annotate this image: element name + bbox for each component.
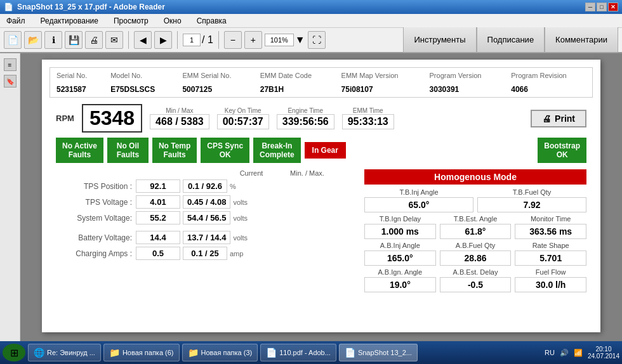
battery-voltage-unit: volts [233,234,251,242]
minimize-button[interactable]: ─ [585,3,595,11]
tb-inj-angle-col: T.B.Inj Angle 65.0° [364,188,473,212]
hom-row-0: T.B.Inj Angle 65.0° T.B.Fuel Qty 7.92 [364,188,586,212]
no-faults-btn[interactable]: No ActiveFaults [56,138,103,163]
battery-voltage-minmax: 13.7 / 14.4 [183,231,230,244]
zoom-input[interactable] [265,34,294,46]
tps-position-row: TPS Position : 92.1 0.1 / 92.6 % [56,179,358,193]
key-on-value: 00:57:37 [217,114,269,129]
hom-row-2: A.B.Inj Angle 165.0° A.B.Fuel Qty 28.86 … [364,242,586,266]
charging-amps-minmax: 0.1 / 25 [183,247,227,260]
clock-date: 24.07.2014 [588,353,619,360]
panel-btn-1[interactable]: ≡ [4,58,17,71]
sign-button[interactable]: Подписание [477,27,545,53]
rate-shape-value: 5.701 [515,250,586,266]
emm-time-value: 95:33:13 [342,114,394,129]
menu-edit[interactable]: Редактирование [37,15,102,27]
program-ver-label: Program Version [430,72,482,79]
tb-fuel-qty-label: T.B.Fuel Qty [513,188,552,196]
start-button[interactable]: ⊞ [3,344,25,361]
homogenous-section: Homogenous Mode T.B.Inj Angle 65.0° T.B.… [364,169,586,295]
forward-button[interactable]: ▶ [154,31,172,49]
zoom-out-button[interactable]: − [224,31,242,49]
break-in-btn[interactable]: Break-InComplete [253,138,301,163]
menu-view[interactable]: Просмотр [110,15,152,27]
ab-inj-angle-label: A.B.Inj Angle [380,242,420,249]
key-on-label: Key On Time [225,107,261,114]
save-button[interactable]: 💾 [65,31,83,49]
no-oil-faults-btn[interactable]: No OilFaults [107,138,149,163]
engine-time-label: Engine Time [288,107,323,114]
tb-inj-angle-value: 65.0° [364,197,473,212]
fuel-flow-label: Fuel Flow [536,268,566,276]
system-voltage-row: System Voltage: 55.2 54.4 / 56.5 volts [56,211,358,224]
min-max-label: Min / Max [166,107,193,114]
new-button[interactable]: 📄 [4,31,22,49]
print-toolbar-button[interactable]: 🖨 [85,31,103,49]
menu-file[interactable]: Файл [3,15,29,27]
emm-serial-label: EMM Serial No. [182,72,231,79]
model-no-value: E75DSLSCS [110,85,155,94]
back-button[interactable]: ◀ [134,31,152,49]
menu-window[interactable]: Окно [160,15,185,27]
ab-fuel-qty-label: A.B.Fuel Qty [456,242,495,249]
taskbar-item-4[interactable]: 📄 SnapShot 13_2... [339,344,418,361]
taskbar-icon-2: 📁 [188,348,199,358]
zoom-dropdown-icon[interactable]: ▼ [295,34,305,46]
system-voltage-minmax: 54.4 / 56.5 [183,211,230,224]
charging-amps-label: Charging Amps : [56,249,132,258]
taskbar-item-2[interactable]: 📁 Новая папка (3) [182,344,258,361]
print-button[interactable]: 🖨 Print [531,110,586,127]
maximize-button[interactable]: □ [597,3,607,11]
monitor-time-label: Monitor Time [531,215,571,223]
tb-inj-angle-label: T.B.Inj Angle [399,188,438,196]
pdf-page: Serial No. Model No. EMM Serial No. EMM … [42,60,600,332]
min-max-col-header: Min. / Max. [282,169,333,177]
fullscreen-button[interactable]: ⛶ [308,31,326,49]
page-input[interactable] [183,34,201,46]
tools-button[interactable]: Инструменты [403,27,476,53]
menu-help[interactable]: Справка [193,15,230,27]
serial-no-value: 5231587 [56,85,86,94]
close-button[interactable]: ✕ [608,3,618,11]
program-rev-label: Program Revision [511,72,566,79]
zoom-in-button[interactable]: + [244,31,262,49]
current-col-header: Current [226,169,277,177]
taskbar-item-3[interactable]: 📄 110.pdf - Adob... [260,344,336,361]
tps-position-label: TPS Position : [56,182,132,191]
ab-inj-angle-col: A.B.Inj Angle 165.0° [364,242,436,266]
charging-amps-current: 0.5 [136,247,180,260]
battery-voltage-row: Battery Voltage: 14.4 13.7 / 14.4 volts [56,231,358,244]
menu-bar: Файл Редактирование Просмотр Окно Справк… [0,14,622,28]
tb-est-angle-col: T.B.Est. Angle 61.8° [440,215,512,239]
tps-position-current: 92.1 [136,179,180,193]
email-button[interactable]: ✉ [105,31,123,49]
program-rev-value: 4066 [511,85,528,94]
taskbar-item-0[interactable]: 🌐 Re: Эвинруд ... [28,344,101,361]
hom-row-1: T.B.Ign Delay 1.000 ms T.B.Est. Angle 61… [364,215,586,239]
tps-position-minmax: 0.1 / 92.6 [183,179,227,193]
open-button[interactable]: 📂 [24,31,42,49]
emm-time-box: EMM Time 95:33:13 [342,107,394,129]
tb-fuel-qty-value: 7.92 [477,197,586,212]
tps-voltage-label: TPS Voltage : [56,198,132,207]
network-icon: 📶 [574,349,583,357]
in-gear-btn[interactable]: In Gear [305,142,346,159]
no-temp-faults-btn[interactable]: No TempFaults [152,138,197,163]
taskbar-item-1[interactable]: 📁 Новая папка (6) [103,344,180,361]
cps-sync-btn[interactable]: CPS SyncOK [201,138,249,163]
emm-map-label: EMM Map Version [341,72,399,79]
taskbar-label-0: Re: Эвинруд ... [47,349,95,356]
ab-fuel-qty-value: 28.86 [440,250,512,266]
tb-ign-delay-col: T.B.Ign Delay 1.000 ms [364,215,436,239]
engine-time-value: 339:56:56 [277,114,334,129]
rpm-value: 5348 [82,104,142,133]
ab-est-delay-value: -0.5 [440,277,512,292]
bootstrap-btn[interactable]: BootstrapOK [538,138,586,163]
data-header: Current Min. / Max. [56,169,358,177]
model-no-label: Model No. [110,72,142,79]
properties-button[interactable]: ℹ [44,31,62,49]
language-indicator: RU [545,349,555,356]
comments-button[interactable]: Комментарии [545,27,618,53]
panel-btn-2[interactable]: 🔖 [4,75,17,88]
print-label: Print [555,114,575,124]
